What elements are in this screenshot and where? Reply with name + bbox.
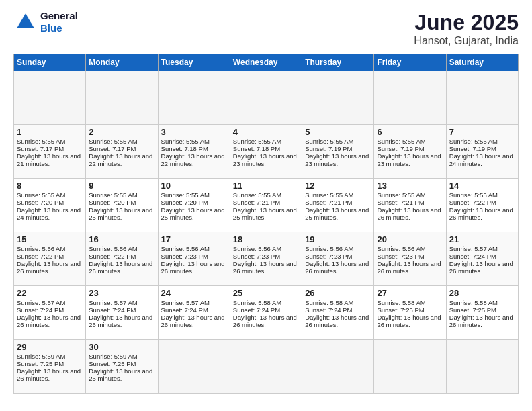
- day-cell: [86, 71, 158, 125]
- day-number: 10: [161, 181, 227, 191]
- day-cell: 25Sunrise: 5:58 AMSunset: 7:24 PMDayligh…: [230, 286, 302, 340]
- day-cell: [230, 340, 302, 394]
- month-title: June 2025: [414, 10, 519, 35]
- day-info: Sunrise: 5:55 AMSunset: 7:21 PMDaylight:…: [233, 191, 297, 221]
- day-cell: [446, 71, 518, 125]
- day-number: 13: [377, 181, 443, 191]
- day-cell: 9Sunrise: 5:55 AMSunset: 7:20 PMDaylight…: [86, 179, 158, 232]
- day-number: 17: [161, 234, 227, 244]
- day-number: 30: [89, 342, 154, 352]
- page: General Blue June 2025 Hansot, Gujarat, …: [0, 0, 532, 404]
- day-info: Sunrise: 5:55 AMSunset: 7:17 PMDaylight:…: [17, 138, 81, 167]
- day-number: 23: [89, 288, 154, 298]
- day-cell: 4Sunrise: 5:55 AMSunset: 7:18 PMDaylight…: [230, 125, 302, 179]
- day-number: 14: [449, 181, 515, 191]
- day-number: 7: [449, 127, 515, 137]
- day-number: 29: [17, 342, 83, 352]
- day-cell: 12Sunrise: 5:55 AMSunset: 7:21 PMDayligh…: [302, 179, 374, 232]
- day-info: Sunrise: 5:55 AMSunset: 7:22 PMDaylight:…: [449, 191, 513, 221]
- day-cell: [158, 71, 230, 125]
- day-info: Sunrise: 5:58 AMSunset: 7:25 PMDaylight:…: [449, 299, 513, 328]
- day-info: Sunrise: 5:55 AMSunset: 7:20 PMDaylight:…: [89, 191, 152, 221]
- day-cell: 23Sunrise: 5:57 AMSunset: 7:24 PMDayligh…: [86, 286, 158, 340]
- day-cell: 24Sunrise: 5:57 AMSunset: 7:24 PMDayligh…: [158, 286, 230, 340]
- day-cell: [302, 71, 374, 125]
- title-block: June 2025 Hansot, Gujarat, India: [414, 10, 519, 47]
- week-row-2: 8Sunrise: 5:55 AMSunset: 7:20 PMDaylight…: [14, 179, 519, 232]
- day-cell: 21Sunrise: 5:57 AMSunset: 7:24 PMDayligh…: [446, 232, 518, 286]
- day-cell: 13Sunrise: 5:55 AMSunset: 7:21 PMDayligh…: [374, 179, 446, 232]
- day-number: 12: [305, 181, 371, 191]
- day-info: Sunrise: 5:55 AMSunset: 7:19 PMDaylight:…: [449, 138, 513, 167]
- day-info: Sunrise: 5:55 AMSunset: 7:20 PMDaylight:…: [161, 191, 225, 221]
- calendar-table: SundayMondayTuesdayWednesdayThursdayFrid…: [13, 54, 519, 394]
- day-cell: 30Sunrise: 5:59 AMSunset: 7:25 PMDayligh…: [86, 340, 158, 394]
- day-number: 5: [305, 127, 371, 137]
- week-row-0: [14, 71, 519, 125]
- day-number: 15: [17, 234, 83, 244]
- day-info: Sunrise: 5:55 AMSunset: 7:21 PMDaylight:…: [305, 191, 369, 221]
- day-number: 16: [89, 234, 154, 244]
- day-number: 19: [305, 234, 371, 244]
- day-info: Sunrise: 5:55 AMSunset: 7:17 PMDaylight:…: [89, 138, 152, 167]
- day-cell: 17Sunrise: 5:56 AMSunset: 7:23 PMDayligh…: [158, 232, 230, 286]
- day-info: Sunrise: 5:56 AMSunset: 7:23 PMDaylight:…: [161, 245, 225, 275]
- day-info: Sunrise: 5:55 AMSunset: 7:20 PMDaylight:…: [17, 191, 81, 221]
- week-row-3: 15Sunrise: 5:56 AMSunset: 7:22 PMDayligh…: [14, 232, 519, 286]
- day-cell: 18Sunrise: 5:56 AMSunset: 7:23 PMDayligh…: [230, 232, 302, 286]
- day-info: Sunrise: 5:58 AMSunset: 7:24 PMDaylight:…: [233, 299, 297, 328]
- logo: General Blue: [13, 10, 78, 34]
- day-cell: 26Sunrise: 5:58 AMSunset: 7:24 PMDayligh…: [302, 286, 374, 340]
- day-cell: 10Sunrise: 5:55 AMSunset: 7:20 PMDayligh…: [158, 179, 230, 232]
- day-cell: [302, 340, 374, 394]
- day-number: 21: [449, 234, 515, 244]
- day-header-saturday: Saturday: [446, 54, 518, 71]
- day-number: 9: [89, 181, 154, 191]
- header: General Blue June 2025 Hansot, Gujarat, …: [13, 10, 519, 47]
- day-cell: 3Sunrise: 5:55 AMSunset: 7:18 PMDaylight…: [158, 125, 230, 179]
- location-title: Hansot, Gujarat, India: [414, 35, 519, 47]
- day-cell: [14, 71, 86, 125]
- day-number: 2: [89, 127, 154, 137]
- day-info: Sunrise: 5:56 AMSunset: 7:22 PMDaylight:…: [89, 245, 152, 275]
- day-cell: [230, 71, 302, 125]
- day-number: 8: [17, 181, 83, 191]
- day-info: Sunrise: 5:55 AMSunset: 7:19 PMDaylight:…: [377, 138, 441, 167]
- day-cell: 16Sunrise: 5:56 AMSunset: 7:22 PMDayligh…: [86, 232, 158, 286]
- day-info: Sunrise: 5:57 AMSunset: 7:24 PMDaylight:…: [89, 299, 152, 328]
- day-number: 22: [17, 288, 83, 298]
- day-info: Sunrise: 5:59 AMSunset: 7:25 PMDaylight:…: [89, 353, 152, 382]
- day-number: 6: [377, 127, 443, 137]
- day-cell: 6Sunrise: 5:55 AMSunset: 7:19 PMDaylight…: [374, 125, 446, 179]
- day-number: 3: [161, 127, 227, 137]
- day-cell: 22Sunrise: 5:57 AMSunset: 7:24 PMDayligh…: [14, 286, 86, 340]
- day-cell: [374, 340, 446, 394]
- week-row-4: 22Sunrise: 5:57 AMSunset: 7:24 PMDayligh…: [14, 286, 519, 340]
- day-cell: 29Sunrise: 5:59 AMSunset: 7:25 PMDayligh…: [14, 340, 86, 394]
- day-cell: 20Sunrise: 5:56 AMSunset: 7:23 PMDayligh…: [374, 232, 446, 286]
- day-number: 28: [449, 288, 515, 298]
- svg-rect-2: [19, 24, 32, 27]
- day-info: Sunrise: 5:57 AMSunset: 7:24 PMDaylight:…: [449, 245, 513, 275]
- day-info: Sunrise: 5:55 AMSunset: 7:18 PMDaylight:…: [161, 138, 225, 167]
- day-info: Sunrise: 5:57 AMSunset: 7:24 PMDaylight:…: [17, 299, 81, 328]
- day-cell: [158, 340, 230, 394]
- week-row-1: 1Sunrise: 5:55 AMSunset: 7:17 PMDaylight…: [14, 125, 519, 179]
- logo-icon: [13, 10, 38, 34]
- day-info: Sunrise: 5:58 AMSunset: 7:25 PMDaylight:…: [377, 299, 441, 328]
- day-info: Sunrise: 5:56 AMSunset: 7:23 PMDaylight:…: [233, 245, 297, 275]
- day-info: Sunrise: 5:56 AMSunset: 7:23 PMDaylight:…: [305, 245, 369, 275]
- day-info: Sunrise: 5:56 AMSunset: 7:22 PMDaylight:…: [17, 245, 81, 275]
- week-row-5: 29Sunrise: 5:59 AMSunset: 7:25 PMDayligh…: [14, 340, 519, 394]
- day-info: Sunrise: 5:56 AMSunset: 7:23 PMDaylight:…: [377, 245, 441, 275]
- day-number: 11: [233, 181, 299, 191]
- day-cell: 5Sunrise: 5:55 AMSunset: 7:19 PMDaylight…: [302, 125, 374, 179]
- day-cell: 11Sunrise: 5:55 AMSunset: 7:21 PMDayligh…: [230, 179, 302, 232]
- day-cell: [374, 71, 446, 125]
- day-number: 20: [377, 234, 443, 244]
- day-number: 24: [161, 288, 227, 298]
- day-cell: 1Sunrise: 5:55 AMSunset: 7:17 PMDaylight…: [14, 125, 86, 179]
- day-cell: 2Sunrise: 5:55 AMSunset: 7:17 PMDaylight…: [86, 125, 158, 179]
- day-number: 4: [233, 127, 299, 137]
- day-header-row: SundayMondayTuesdayWednesdayThursdayFrid…: [14, 54, 519, 71]
